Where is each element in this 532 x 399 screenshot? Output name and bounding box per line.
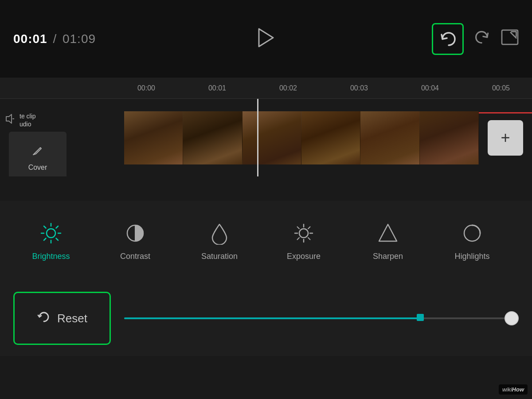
svg-marker-3 <box>6 114 12 123</box>
brightness-icon <box>39 221 63 246</box>
highlights-icon <box>460 221 485 246</box>
svg-line-13 <box>56 226 59 228</box>
svg-line-22 <box>297 227 300 229</box>
svg-point-6 <box>47 229 55 238</box>
redo-button[interactable] <box>474 29 490 49</box>
plus-icon: + <box>501 129 510 147</box>
slider-track[interactable] <box>124 317 519 319</box>
video-segment-5 <box>360 111 419 164</box>
time-current: 00:01 <box>13 32 47 46</box>
play-button[interactable] <box>257 28 275 50</box>
saturation-label: Saturation <box>201 252 238 261</box>
adjustment-exposure[interactable]: Exposure <box>262 221 346 261</box>
svg-line-25 <box>297 238 300 240</box>
svg-line-24 <box>308 227 310 229</box>
brightness-label: Brightness <box>32 252 70 261</box>
add-clip-button[interactable]: + <box>488 120 523 156</box>
left-panel: te clipudio Cover <box>0 99 124 176</box>
brightness-slider[interactable] <box>124 317 519 319</box>
time-separator: / <box>53 32 61 46</box>
volume-icon <box>4 113 16 127</box>
sharpen-icon <box>376 221 400 246</box>
top-toolbar: 00:01 / 01:09 <box>0 0 532 78</box>
ruler-label-3: 00:03 <box>337 84 381 92</box>
svg-point-17 <box>299 229 308 238</box>
svg-line-12 <box>56 238 59 240</box>
ruler-label-5: 00:05 <box>479 84 523 92</box>
time-total: 01:09 <box>63 32 96 46</box>
fullscreen-button[interactable] <box>501 29 519 49</box>
adjustment-saturation[interactable]: Saturation <box>177 221 262 261</box>
edit-icon <box>31 145 44 160</box>
cover-label: Cover <box>28 164 47 172</box>
ruler-label-0: 00:00 <box>124 84 168 92</box>
sharpen-label: Sharpen <box>373 252 403 261</box>
adjustment-brightness[interactable]: Brightness <box>9 221 93 261</box>
adjustment-sharpen[interactable]: Sharpen <box>346 221 430 261</box>
wikihow-watermark: wikiHow <box>499 384 528 395</box>
adjustment-tools: Brightness Contrast Saturation <box>0 201 532 281</box>
cover-block[interactable]: Cover <box>9 132 66 176</box>
adjustment-contrast[interactable]: Contrast <box>93 221 177 261</box>
undo-button[interactable] <box>432 23 464 55</box>
clip-label: te clipudio <box>20 112 36 128</box>
reset-button[interactable]: Reset <box>13 292 111 345</box>
video-segment-1 <box>124 111 183 164</box>
video-segment-6 <box>420 111 479 164</box>
svg-marker-26 <box>379 224 397 241</box>
svg-line-14 <box>44 238 46 240</box>
video-strip[interactable] <box>124 111 479 164</box>
video-strip-inner <box>124 111 479 164</box>
video-segment-4 <box>301 111 360 164</box>
svg-line-23 <box>308 238 310 240</box>
slider-handle-left[interactable] <box>417 314 424 321</box>
separator <box>0 176 532 201</box>
video-segment-3 <box>243 111 301 164</box>
timeline-ruler: 00:00 00:01 00:02 00:03 00:04 00:05 00: <box>0 78 532 99</box>
time-display: 00:01 / 01:09 <box>13 32 96 46</box>
saturation-icon <box>207 221 232 246</box>
video-segment-2 <box>183 111 242 164</box>
bottom-row: Reset <box>0 281 532 356</box>
exposure-label: Exposure <box>287 252 321 261</box>
exposure-icon <box>291 221 316 246</box>
toolbar-center <box>257 28 275 50</box>
slider-fill <box>124 317 420 319</box>
ruler-label-1: 00:01 <box>195 84 239 92</box>
adjustment-highlights[interactable]: Highlights <box>430 221 514 261</box>
slider-thumb[interactable] <box>505 311 519 325</box>
timeline-area: te clipudio Cover + <box>0 99 532 176</box>
wikihow-text: wikiHow <box>502 386 524 393</box>
playhead <box>257 99 258 176</box>
contrast-icon <box>123 221 148 246</box>
ruler-label-4: 00:04 <box>408 84 452 92</box>
reset-icon <box>37 310 51 327</box>
ruler-label-2: 00:02 <box>266 84 310 92</box>
svg-marker-0 <box>259 29 273 47</box>
svg-line-2 <box>511 32 516 38</box>
svg-line-11 <box>44 226 46 228</box>
highlights-label: Highlights <box>454 252 489 261</box>
svg-line-5 <box>40 148 41 149</box>
contrast-label: Contrast <box>120 252 150 261</box>
toolbar-right <box>432 23 519 55</box>
reset-label: Reset <box>57 312 87 325</box>
